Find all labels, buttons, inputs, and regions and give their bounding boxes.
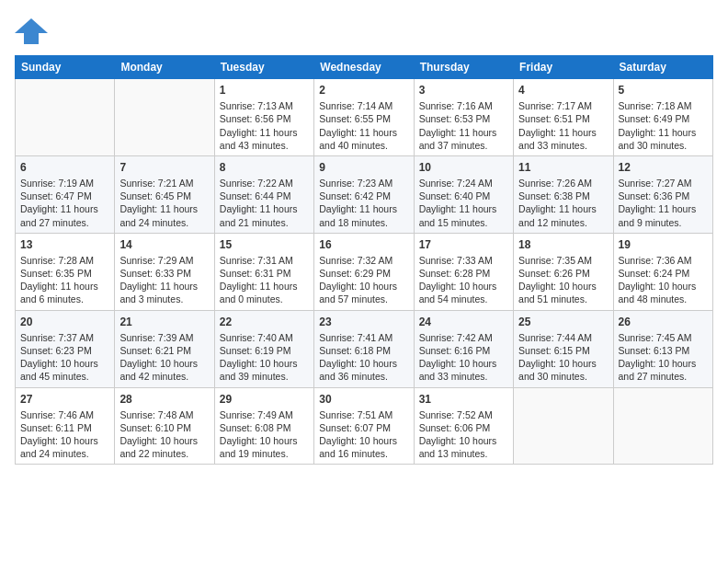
calendar-week-row: 20Sunrise: 7:37 AMSunset: 6:23 PMDayligh… — [16, 310, 713, 387]
day-number: 17 — [419, 237, 508, 252]
day-info: Daylight: 11 hours and 21 minutes. — [220, 202, 309, 228]
day-number: 24 — [419, 315, 508, 329]
day-info: Sunset: 6:26 PM — [518, 267, 608, 280]
day-info: Sunset: 6:11 PM — [20, 421, 109, 434]
day-info: Sunrise: 7:18 AM — [619, 99, 708, 112]
day-info: Sunrise: 7:31 AM — [220, 254, 309, 267]
day-number: 20 — [20, 315, 109, 329]
day-info: Sunrise: 7:49 AM — [220, 408, 309, 421]
calendar-cell — [613, 387, 712, 465]
day-info: Sunset: 6:42 PM — [319, 190, 408, 202]
day-info: Sunset: 6:40 PM — [419, 190, 508, 202]
day-info: Sunset: 6:13 PM — [619, 344, 708, 357]
day-info: Sunrise: 7:13 AM — [220, 99, 309, 112]
day-info: Daylight: 11 hours and 37 minutes. — [419, 126, 508, 152]
calendar-cell: 1Sunrise: 7:13 AMSunset: 6:56 PMDaylight… — [214, 79, 313, 156]
day-info: Sunset: 6:45 PM — [119, 190, 209, 202]
day-number: 11 — [518, 160, 608, 175]
calendar-header-row: SundayMondayTuesdayWednesdayThursdayFrid… — [16, 56, 713, 79]
day-info: Sunset: 6:28 PM — [419, 267, 508, 280]
day-number: 6 — [20, 160, 109, 175]
day-info: Sunset: 6:31 PM — [220, 267, 309, 280]
calendar-cell: 4Sunrise: 7:17 AMSunset: 6:51 PMDaylight… — [514, 79, 613, 156]
day-number: 8 — [220, 160, 309, 175]
calendar-cell: 23Sunrise: 7:41 AMSunset: 6:18 PMDayligh… — [314, 310, 414, 387]
day-info: Sunset: 6:06 PM — [419, 421, 508, 434]
day-number: 9 — [319, 160, 408, 175]
day-info: Sunset: 6:33 PM — [119, 267, 209, 280]
day-info: Daylight: 11 hours and 9 minutes. — [619, 202, 708, 228]
day-info: Sunrise: 7:27 AM — [619, 177, 708, 190]
day-number: 26 — [619, 315, 708, 329]
day-info: Sunrise: 7:40 AM — [220, 331, 309, 344]
calendar-cell: 7Sunrise: 7:21 AMSunset: 6:45 PMDaylight… — [115, 155, 214, 233]
day-info: Daylight: 10 hours and 16 minutes. — [319, 434, 408, 460]
calendar-cell: 27Sunrise: 7:46 AMSunset: 6:11 PMDayligh… — [16, 387, 115, 465]
day-info: Sunset: 6:49 PM — [619, 112, 708, 125]
day-info: Sunset: 6:44 PM — [220, 190, 309, 202]
day-info: Daylight: 11 hours and 18 minutes. — [319, 202, 408, 228]
day-info: Sunset: 6:53 PM — [419, 112, 508, 125]
day-header-tuesday: Tuesday — [214, 56, 313, 79]
day-info: Sunset: 6:08 PM — [220, 421, 309, 434]
day-info: Daylight: 10 hours and 45 minutes. — [20, 357, 109, 383]
day-info: Daylight: 10 hours and 27 minutes. — [619, 357, 708, 383]
day-info: Sunrise: 7:51 AM — [319, 408, 408, 421]
calendar-cell — [16, 79, 115, 156]
day-info: Sunrise: 7:37 AM — [20, 331, 109, 344]
logo — [15, 15, 51, 48]
day-info: Sunrise: 7:32 AM — [319, 254, 408, 267]
calendar-cell: 6Sunrise: 7:19 AMSunset: 6:47 PMDaylight… — [16, 155, 115, 233]
day-info: Daylight: 11 hours and 12 minutes. — [518, 202, 608, 228]
calendar-week-row: 13Sunrise: 7:28 AMSunset: 6:35 PMDayligh… — [16, 233, 713, 310]
day-number: 16 — [319, 237, 408, 252]
calendar-cell: 22Sunrise: 7:40 AMSunset: 6:19 PMDayligh… — [214, 310, 313, 387]
day-info: Daylight: 10 hours and 13 minutes. — [419, 434, 508, 460]
day-info: Daylight: 10 hours and 57 minutes. — [319, 280, 408, 305]
calendar-cell: 28Sunrise: 7:48 AMSunset: 6:10 PMDayligh… — [115, 387, 214, 465]
calendar-cell: 5Sunrise: 7:18 AMSunset: 6:49 PMDaylight… — [613, 79, 712, 156]
calendar-cell: 18Sunrise: 7:35 AMSunset: 6:26 PMDayligh… — [514, 233, 613, 310]
day-info: Daylight: 10 hours and 51 minutes. — [518, 280, 608, 305]
day-number: 30 — [319, 392, 408, 407]
calendar-cell: 11Sunrise: 7:26 AMSunset: 6:38 PMDayligh… — [514, 155, 613, 233]
day-info: Daylight: 10 hours and 33 minutes. — [419, 357, 508, 383]
day-info: Daylight: 10 hours and 36 minutes. — [319, 357, 408, 383]
day-info: Daylight: 11 hours and 6 minutes. — [20, 280, 109, 305]
day-info: Sunset: 6:55 PM — [319, 112, 408, 125]
day-info: Sunrise: 7:42 AM — [419, 331, 508, 344]
day-info: Sunset: 6:15 PM — [518, 344, 608, 357]
day-info: Sunrise: 7:33 AM — [419, 254, 508, 267]
day-number: 27 — [20, 392, 109, 407]
day-number: 28 — [119, 392, 209, 407]
day-info: Sunset: 6:18 PM — [319, 344, 408, 357]
day-header-thursday: Thursday — [414, 56, 513, 79]
day-info: Sunrise: 7:35 AM — [518, 254, 608, 267]
day-info: Sunrise: 7:19 AM — [20, 177, 109, 190]
day-number: 2 — [319, 83, 408, 98]
day-number: 29 — [220, 392, 309, 407]
day-info: Sunrise: 7:44 AM — [518, 331, 608, 344]
day-info: Sunset: 6:38 PM — [518, 190, 608, 202]
calendar-cell: 20Sunrise: 7:37 AMSunset: 6:23 PMDayligh… — [16, 310, 115, 387]
day-info: Sunset: 6:47 PM — [20, 190, 109, 202]
day-number: 21 — [119, 315, 209, 329]
day-number: 1 — [220, 83, 309, 98]
day-number: 31 — [419, 392, 508, 407]
day-number: 14 — [119, 237, 209, 252]
logo-icon — [15, 15, 48, 48]
day-number: 7 — [119, 160, 209, 175]
day-number: 4 — [518, 83, 608, 98]
day-number: 3 — [419, 83, 508, 98]
day-info: Sunrise: 7:22 AM — [220, 177, 309, 190]
calendar-cell: 21Sunrise: 7:39 AMSunset: 6:21 PMDayligh… — [115, 310, 214, 387]
calendar-table: SundayMondayTuesdayWednesdayThursdayFrid… — [15, 55, 713, 465]
day-info: Sunset: 6:51 PM — [518, 112, 608, 125]
calendar-cell: 29Sunrise: 7:49 AMSunset: 6:08 PMDayligh… — [214, 387, 313, 465]
calendar-cell: 17Sunrise: 7:33 AMSunset: 6:28 PMDayligh… — [414, 233, 513, 310]
calendar-cell: 14Sunrise: 7:29 AMSunset: 6:33 PMDayligh… — [115, 233, 214, 310]
day-number: 18 — [518, 237, 608, 252]
calendar-cell: 2Sunrise: 7:14 AMSunset: 6:55 PMDaylight… — [314, 79, 414, 156]
day-info: Daylight: 10 hours and 24 minutes. — [20, 434, 109, 460]
day-info: Sunset: 6:24 PM — [619, 267, 708, 280]
